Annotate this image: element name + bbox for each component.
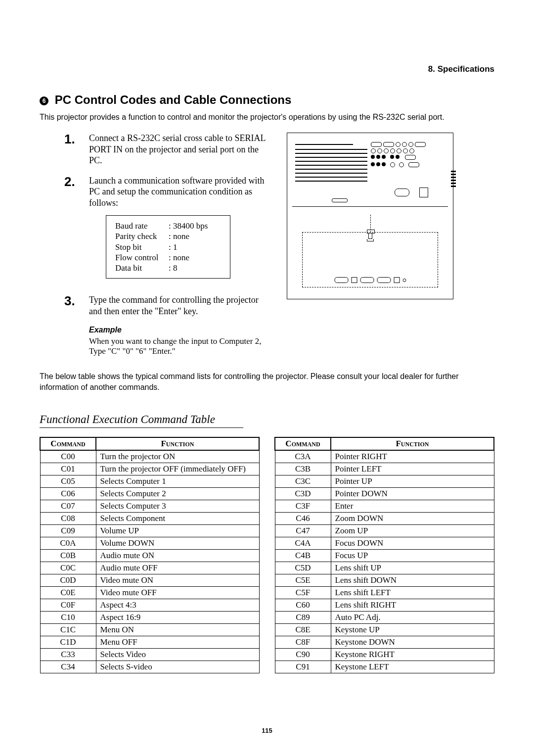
button-icon bbox=[419, 188, 428, 197]
table-row: C05Selects Computer 1 bbox=[40, 475, 259, 488]
table-row: C3APointer RIGHT bbox=[275, 450, 494, 463]
cell-command: C1C bbox=[40, 624, 96, 636]
slot-icon bbox=[332, 198, 348, 202]
table-row: C0AVolume DOWN bbox=[40, 537, 259, 550]
cell-function: Video mute ON bbox=[96, 574, 259, 587]
cell-command: C08 bbox=[40, 513, 96, 525]
cell-function: Pointer DOWN bbox=[331, 488, 494, 500]
cell-command: C90 bbox=[275, 649, 331, 661]
param-val: 38400 bps bbox=[169, 221, 208, 231]
table-row: C5DLens shift UP bbox=[275, 562, 494, 574]
cell-function: Lens shift RIGHT bbox=[331, 599, 494, 612]
param-key: Stop bit bbox=[115, 242, 169, 252]
step-number: 2. bbox=[64, 175, 89, 286]
connector-icons bbox=[371, 142, 445, 170]
cell-function: Zoom UP bbox=[331, 525, 494, 537]
cell-function: Selects Computer 2 bbox=[96, 488, 259, 500]
cell-command: C0D bbox=[40, 574, 96, 587]
section-header: 8. Specifications bbox=[40, 64, 494, 74]
table-row: C91Keystone LEFT bbox=[275, 661, 494, 673]
page-title-text: PC Control Codes and Cable Connections bbox=[55, 93, 292, 106]
cell-function: Audio mute OFF bbox=[96, 562, 259, 574]
param-key: Baud rate bbox=[115, 221, 169, 231]
step-number: 3. bbox=[64, 294, 89, 317]
cell-function: Enter bbox=[331, 500, 494, 513]
cell-command: C91 bbox=[275, 661, 331, 673]
cell-command: C3C bbox=[275, 475, 331, 488]
cell-command: C05 bbox=[40, 475, 96, 488]
param-key: Flow control bbox=[115, 252, 169, 263]
cell-function: Selects Component bbox=[96, 513, 259, 525]
table-row: C10Aspect 16:9 bbox=[40, 612, 259, 624]
cell-function: Auto PC Adj. bbox=[331, 612, 494, 624]
command-table-right: Command Function C3APointer RIGHTC3BPoin… bbox=[274, 437, 494, 673]
cell-command: C3A bbox=[275, 450, 331, 463]
cell-command: C01 bbox=[40, 463, 96, 475]
param-val: none bbox=[169, 252, 189, 263]
table-row: C5FLens shift LEFT bbox=[275, 587, 494, 599]
table-row: C89Auto PC Adj. bbox=[275, 612, 494, 624]
table-row: C5ELens shift DOWN bbox=[275, 574, 494, 587]
step-3: 3. Type the command for controlling the … bbox=[64, 294, 272, 317]
cell-command: C0F bbox=[40, 599, 96, 612]
table-intro-note: The below table shows the typical comman… bbox=[40, 371, 494, 392]
command-table-title: Functional Execution Command Table bbox=[40, 413, 243, 428]
cell-command: C1D bbox=[40, 636, 96, 649]
cell-function: Keystone DOWN bbox=[331, 636, 494, 649]
cell-function: Volume DOWN bbox=[96, 537, 259, 550]
table-row: C4AFocus DOWN bbox=[275, 537, 494, 550]
th-command: Command bbox=[275, 437, 331, 450]
comm-params-box: Baud rate38400 bps Parity checknone Stop… bbox=[106, 215, 230, 279]
cell-function: Turn the projector OFF (immediately OFF) bbox=[96, 463, 259, 475]
table-row: C3FEnter bbox=[275, 500, 494, 513]
table-row: C33Selects Video bbox=[40, 649, 259, 661]
table-row: C3BPointer LEFT bbox=[275, 463, 494, 475]
cell-command: C5F bbox=[275, 587, 331, 599]
step-1: 1. Connect a RS-232C serial cross cable … bbox=[64, 133, 272, 166]
param-val: 8 bbox=[169, 263, 177, 273]
cell-command: C46 bbox=[275, 513, 331, 525]
table-row: C1DMenu OFF bbox=[40, 636, 259, 649]
table-row: C60Lens shift RIGHT bbox=[275, 599, 494, 612]
cell-function: Lens shift LEFT bbox=[331, 587, 494, 599]
param-key: Data bit bbox=[115, 263, 169, 273]
page-title: 6 PC Control Codes and Cable Connections bbox=[40, 93, 494, 107]
cell-command: C60 bbox=[275, 599, 331, 612]
table-row: C0FAspect 4:3 bbox=[40, 599, 259, 612]
cell-command: C34 bbox=[40, 661, 96, 673]
table-row: C0CAudio mute OFF bbox=[40, 562, 259, 574]
step-text-inner: Launch a communication software provided… bbox=[89, 176, 264, 208]
cell-command: C8F bbox=[275, 636, 331, 649]
cell-command: C33 bbox=[40, 649, 96, 661]
table-row: C3DPointer DOWN bbox=[275, 488, 494, 500]
cell-function: Focus DOWN bbox=[331, 537, 494, 550]
dashed-outline bbox=[302, 232, 438, 287]
cell-function: Lens shift DOWN bbox=[331, 574, 494, 587]
step-text: Connect a RS-232C serial cross cable to … bbox=[89, 133, 272, 166]
cell-command: C5D bbox=[275, 562, 331, 574]
table-row: C90Keystone RIGHT bbox=[275, 649, 494, 661]
table-row: C0DVideo mute ON bbox=[40, 574, 259, 587]
cell-function: Zoom DOWN bbox=[331, 513, 494, 525]
param-key: Parity check bbox=[115, 231, 169, 241]
th-function: Function bbox=[331, 437, 494, 450]
cell-command: C8E bbox=[275, 624, 331, 636]
cell-function: Video mute OFF bbox=[96, 587, 259, 599]
param-val: none bbox=[169, 231, 189, 241]
th-command: Command bbox=[40, 437, 96, 450]
table-row: C46Zoom DOWN bbox=[275, 513, 494, 525]
cell-function: Focus UP bbox=[331, 550, 494, 562]
th-function: Function bbox=[96, 437, 259, 450]
table-row: C47Zoom UP bbox=[275, 525, 494, 537]
table-row: C06Selects Computer 2 bbox=[40, 488, 259, 500]
projector-rear-diagram bbox=[287, 133, 453, 299]
ir-icon bbox=[395, 189, 409, 196]
cell-function: Selects Computer 1 bbox=[96, 475, 259, 488]
table-row: C3CPointer UP bbox=[275, 475, 494, 488]
example-label: Example bbox=[89, 326, 272, 334]
cell-function: Selects S-video bbox=[96, 661, 259, 673]
step-text: Launch a communication software provided… bbox=[89, 175, 272, 286]
cell-function: Turn the projector ON bbox=[96, 450, 259, 463]
cell-function: Pointer LEFT bbox=[331, 463, 494, 475]
cell-command: C09 bbox=[40, 525, 96, 537]
